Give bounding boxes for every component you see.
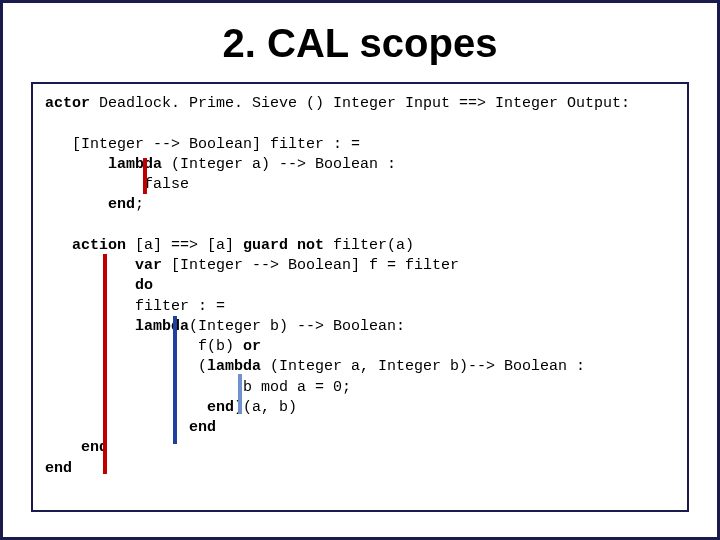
code-line: lambda(Integer b) --> Boolean:	[45, 317, 675, 337]
indent	[45, 156, 108, 173]
scope-bar-action	[103, 254, 107, 474]
code-line: end)(a, b)	[45, 398, 675, 418]
indent	[45, 439, 81, 456]
code-line: [Integer --> Boolean] filter : =	[45, 135, 675, 155]
kw-or: or	[243, 338, 261, 355]
code-line: end	[45, 418, 675, 438]
scope-bar-lambda-inner	[238, 374, 242, 414]
slide-title: 2. CAL scopes	[3, 3, 717, 82]
kw-action: action	[72, 237, 126, 254]
code-line: false	[45, 175, 675, 195]
kw-lambda: lambda	[135, 318, 189, 335]
code-line: b mod a = 0;	[45, 378, 675, 398]
code-line: actor Deadlock. Prime. Sieve () Integer …	[45, 94, 675, 114]
kw-end: end	[189, 419, 216, 436]
code-line: var [Integer --> Boolean] f = filter	[45, 256, 675, 276]
code-text: [Integer --> Boolean] f = filter	[162, 257, 459, 274]
indent	[45, 196, 108, 213]
code-text: (Integer a) --> Boolean :	[162, 156, 396, 173]
blank-line	[45, 114, 675, 134]
code-line: f(b) or	[45, 337, 675, 357]
scope-bar-lambda-outer	[173, 316, 177, 444]
code-line: action [a] ==> [a] guard not filter(a)	[45, 236, 675, 256]
code-line: end	[45, 459, 675, 479]
kw-do: do	[135, 277, 153, 294]
code-text: Deadlock. Prime. Sieve () Integer Input …	[90, 95, 630, 112]
code-text: ;	[135, 196, 144, 213]
code-line: do	[45, 276, 675, 296]
code-text: (Integer a, Integer b)--> Boolean :	[261, 358, 585, 375]
code-text: (	[45, 358, 207, 375]
code-text: )(a, b)	[234, 399, 297, 416]
kw-guard-not: guard not	[243, 237, 324, 254]
code-text: [a] ==> [a]	[126, 237, 243, 254]
code-text: f(b)	[45, 338, 243, 355]
code-line: (lambda (Integer a, Integer b)--> Boolea…	[45, 357, 675, 377]
code-text: filter(a)	[324, 237, 414, 254]
kw-end: end	[45, 460, 72, 477]
kw-lambda: lambda	[207, 358, 261, 375]
indent	[45, 399, 207, 416]
kw-end: end	[207, 399, 234, 416]
kw-var: var	[135, 257, 162, 274]
indent	[45, 419, 189, 436]
indent	[45, 277, 135, 294]
code-line: end	[45, 438, 675, 458]
code-panel: actor Deadlock. Prime. Sieve () Integer …	[31, 82, 689, 512]
kw-actor: actor	[45, 95, 90, 112]
kw-lambda: lambda	[108, 156, 162, 173]
code-line: end;	[45, 195, 675, 215]
kw-end: end	[108, 196, 135, 213]
indent	[45, 257, 135, 274]
indent	[45, 318, 135, 335]
code-text: (Integer b) --> Boolean:	[189, 318, 405, 335]
blank-line	[45, 216, 675, 236]
scope-bar-filter	[143, 158, 147, 194]
code-line: filter : =	[45, 297, 675, 317]
indent	[45, 237, 72, 254]
code-line: lambda (Integer a) --> Boolean :	[45, 155, 675, 175]
